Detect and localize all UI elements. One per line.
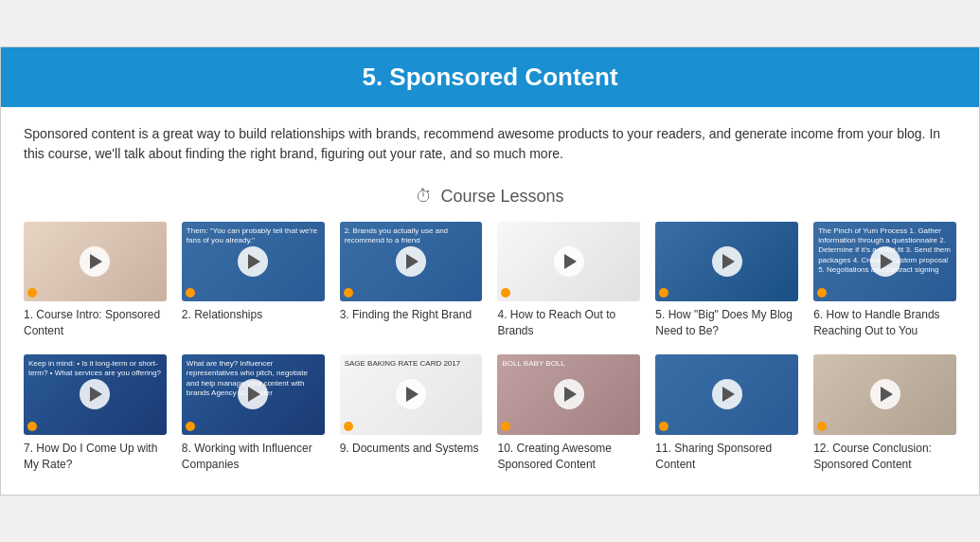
lesson-label-3: 3. Finding the Right Brand xyxy=(340,307,483,323)
lesson-thumb-10[interactable]: BOLL BABY BOLL xyxy=(497,354,640,435)
lesson-thumb-12[interactable] xyxy=(813,354,956,435)
lesson-thumb-9[interactable]: SAGE BAKING RATE CARD 2017 xyxy=(340,354,483,435)
lesson-item-4[interactable]: 4. How to Reach Out to Brands xyxy=(497,222,640,339)
lesson-thumb-8[interactable]: What are they? Influencer representative… xyxy=(182,354,325,435)
lessons-grid: 1. Course Intro: Sponsored ContentThem: … xyxy=(1,222,979,473)
lesson-item-5[interactable]: 5. How "Big" Does My Blog Need to Be? xyxy=(655,222,798,339)
section-title: ⏱ Course Lessons xyxy=(1,187,979,207)
orange-dot-3 xyxy=(344,288,353,298)
lesson-thumb-1[interactable] xyxy=(24,222,167,302)
orange-dot-8 xyxy=(186,422,195,431)
orange-dot-5 xyxy=(659,288,668,298)
lesson-item-2[interactable]: Them: "You can probably tell that we're … xyxy=(182,222,325,339)
orange-dot-6 xyxy=(817,288,827,298)
orange-dot-9 xyxy=(344,422,353,431)
play-button-5[interactable] xyxy=(712,246,742,277)
lesson-item-7[interactable]: Keep in mind: • Is it long-term or short… xyxy=(24,354,167,472)
lesson-item-1[interactable]: 1. Course Intro: Sponsored Content xyxy=(24,222,167,339)
orange-dot-4 xyxy=(501,288,510,298)
lesson-thumb-7[interactable]: Keep in mind: • Is it long-term or short… xyxy=(24,354,167,435)
orange-dot-1 xyxy=(27,288,37,298)
orange-dot-2 xyxy=(186,288,195,298)
page-description: Sponsored content is a great way to buil… xyxy=(1,107,979,173)
orange-dot-7 xyxy=(27,422,37,431)
lesson-label-5: 5. How "Big" Does My Blog Need to Be? xyxy=(655,307,798,339)
lesson-label-1: 1. Course Intro: Sponsored Content xyxy=(24,307,167,339)
orange-dot-11 xyxy=(659,422,668,431)
play-button-6[interactable] xyxy=(870,246,900,277)
play-button-2[interactable] xyxy=(238,246,268,277)
play-button-4[interactable] xyxy=(554,246,584,277)
lesson-item-9[interactable]: SAGE BAKING RATE CARD 20179. Documents a… xyxy=(340,354,483,472)
lesson-item-10[interactable]: BOLL BABY BOLL10. Creating Awesome Spons… xyxy=(497,354,640,472)
play-button-3[interactable] xyxy=(396,246,426,277)
play-button-1[interactable] xyxy=(80,246,110,277)
lesson-item-6[interactable]: The Pinch of Yum Process 1. Gather infor… xyxy=(813,222,956,339)
play-button-9[interactable] xyxy=(396,379,426,409)
play-button-10[interactable] xyxy=(554,379,584,409)
lesson-label-2: 2. Relationships xyxy=(182,307,325,323)
lesson-thumb-5[interactable] xyxy=(655,222,798,302)
clock-icon: ⏱ xyxy=(416,187,433,207)
lesson-label-4: 4. How to Reach Out to Brands xyxy=(497,307,640,339)
lesson-thumb-2[interactable]: Them: "You can probably tell that we're … xyxy=(182,222,325,302)
page-wrapper: 5. Sponsored Content Sponsored content i… xyxy=(0,46,980,497)
lesson-label-10: 10. Creating Awesome Sponsored Content xyxy=(497,441,640,473)
lesson-thumb-11[interactable] xyxy=(655,354,798,435)
lesson-item-3[interactable]: 2. Brands you actually use and recommend… xyxy=(340,222,483,339)
lesson-label-11: 11. Sharing Sponsored Content xyxy=(655,441,798,473)
lesson-label-7: 7. How Do I Come Up with My Rate? xyxy=(24,441,167,473)
play-button-7[interactable] xyxy=(80,379,110,409)
orange-dot-12 xyxy=(817,422,827,431)
page-header: 5. Sponsored Content xyxy=(1,47,979,107)
lesson-item-8[interactable]: What are they? Influencer representative… xyxy=(182,354,325,472)
section-label: Course Lessons xyxy=(440,187,563,207)
play-button-12[interactable] xyxy=(870,379,900,409)
lesson-label-6: 6. How to Handle Brands Reaching Out to … xyxy=(813,307,956,339)
page-title: 5. Sponsored Content xyxy=(362,63,617,91)
lesson-label-9: 9. Documents and Systems xyxy=(340,441,483,457)
lesson-label-12: 12. Course Conclusion: Sponsored Content xyxy=(813,441,956,473)
lesson-thumb-3[interactable]: 2. Brands you actually use and recommend… xyxy=(340,222,483,302)
lesson-item-11[interactable]: 11. Sharing Sponsored Content xyxy=(655,354,798,472)
lesson-item-12[interactable]: 12. Course Conclusion: Sponsored Content xyxy=(813,354,956,472)
lesson-thumb-6[interactable]: The Pinch of Yum Process 1. Gather infor… xyxy=(813,222,956,302)
play-button-11[interactable] xyxy=(712,379,742,409)
play-button-8[interactable] xyxy=(238,379,268,409)
lesson-thumb-4[interactable] xyxy=(497,222,640,302)
orange-dot-10 xyxy=(501,422,510,431)
lesson-label-8: 8. Working with Influencer Companies xyxy=(182,441,325,473)
